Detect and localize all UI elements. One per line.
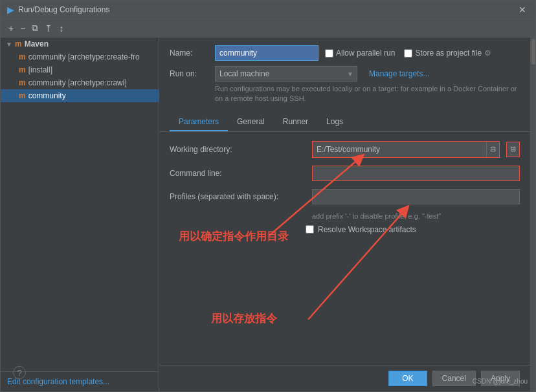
command-line-row: Command line: — [170, 166, 520, 181]
name-label: Name: — [170, 49, 208, 58]
scrollbar-thumb — [531, 39, 535, 65]
sidebar: ▼ m Maven m community [archetype:create-… — [1, 38, 159, 391]
working-directory-input[interactable] — [313, 142, 486, 157]
resolve-workspace-checkbox[interactable] — [306, 225, 314, 234]
tab-general[interactable]: General — [228, 113, 274, 131]
watermark: CSDN @jure_zhou — [473, 378, 528, 385]
item-label-3: community [archetype:crawl] — [28, 78, 127, 87]
run-on-select-wrapper: Local machine ▼ — [215, 66, 357, 82]
command-line-label: Command line: — [170, 169, 306, 178]
sidebar-item-maven[interactable]: ▼ m Maven — [1, 38, 159, 50]
sidebar-item-crawl[interactable]: m community [archetype:crawl] — [1, 76, 159, 89]
allow-parallel-item: Allow parallel run — [325, 49, 395, 58]
sidebar-item-community-archetype[interactable]: m community [archetype:create-fro — [1, 50, 159, 63]
run-on-row: Run on: Local machine ▼ Manage targets..… — [170, 66, 520, 82]
profiles-hint: add prefix '-' to disable profile, e.g. … — [312, 212, 520, 220]
toolbar: + − ⧉ ⤒ ↕ — [1, 19, 535, 38]
allow-parallel-label: Allow parallel run — [336, 49, 395, 58]
maven-icon: m — [15, 39, 22, 49]
right-panel: Name: Allow parallel run Store as projec… — [159, 38, 530, 391]
resolve-workspace-row: Resolve Workspace artifacts — [306, 225, 520, 234]
add-dir-icon-btn[interactable]: ⊞ — [506, 142, 520, 157]
maven-icon-2: m — [19, 65, 26, 74]
profiles-input[interactable] — [312, 189, 520, 204]
copy-button[interactable]: ⧉ — [29, 21, 41, 35]
working-directory-row: Working directory: ⊟ ⊞ — [170, 141, 520, 158]
tabs-bar: Parameters General Runner Logs — [159, 113, 530, 132]
run-on-select[interactable]: Local machine — [215, 66, 357, 82]
maven-icon-3: m — [19, 78, 26, 87]
edit-templates-link[interactable]: Edit configuration templates... — [7, 377, 109, 386]
title-bar: ▶ Run/Debug Configurations ✕ — [1, 1, 535, 19]
gear-icon[interactable]: ⚙ — [484, 49, 491, 58]
run-on-label: Run on: — [170, 69, 208, 78]
cancel-button[interactable]: Cancel — [432, 371, 476, 386]
remove-button[interactable]: − — [17, 22, 28, 35]
item-label-2: [install] — [28, 65, 52, 74]
name-input[interactable] — [215, 45, 318, 61]
title-bar-left: ▶ Run/Debug Configurations — [7, 5, 109, 15]
tab-parameters[interactable]: Parameters — [170, 113, 228, 131]
move-button[interactable]: ⤒ — [42, 22, 55, 35]
dialog-title: Run/Debug Configurations — [18, 5, 109, 14]
main-content: ▼ m Maven m community [archetype:create-… — [1, 38, 535, 391]
run-debug-dialog: ▶ Run/Debug Configurations ✕ + − ⧉ ⤒ ↕ ▼… — [0, 0, 536, 392]
profiles-row: Profiles (separated with space): — [170, 189, 520, 204]
add-button[interactable]: + — [6, 22, 16, 35]
name-row: Name: Allow parallel run Store as projec… — [170, 45, 520, 61]
scrollbar[interactable] — [530, 38, 535, 391]
maven-label: Maven — [25, 39, 49, 49]
dialog-icon: ▶ — [7, 5, 14, 15]
close-button[interactable]: ✕ — [516, 5, 529, 15]
help-button[interactable]: ? — [13, 366, 26, 379]
tab-content-parameters: Working directory: ⊟ ⊞ Command line: — [159, 132, 530, 365]
checkboxes: Allow parallel run Store as project file… — [325, 49, 520, 58]
maven-icon-4: m — [19, 91, 26, 100]
store-project-item: Store as project file ⚙ — [404, 49, 491, 58]
ok-button[interactable]: OK — [388, 371, 427, 386]
resolve-workspace-label: Resolve Workspace artifacts — [318, 225, 416, 234]
maven-icon-1: m — [19, 52, 26, 61]
item-label-1: community [archetype:create-fro — [28, 52, 140, 61]
item-label-4: community — [28, 91, 66, 100]
expand-icon: ▼ — [6, 41, 12, 48]
allow-parallel-checkbox[interactable] — [325, 49, 333, 58]
folder-icon-btn[interactable]: ⊟ — [486, 142, 499, 157]
tab-logs[interactable]: Logs — [317, 113, 352, 131]
manage-targets-link[interactable]: Manage targets... — [369, 69, 429, 78]
sidebar-item-install[interactable]: m [install] — [1, 63, 159, 76]
run-description: Run configurations may be executed local… — [215, 84, 520, 104]
store-project-checkbox[interactable] — [404, 49, 412, 58]
command-line-input[interactable] — [312, 166, 520, 181]
sidebar-tree: ▼ m Maven m community [archetype:create-… — [1, 38, 159, 371]
sidebar-item-community[interactable]: m community — [1, 89, 159, 102]
profiles-label: Profiles (separated with space): — [170, 192, 306, 201]
working-directory-label: Working directory: — [170, 145, 306, 154]
tab-runner[interactable]: Runner — [274, 113, 317, 131]
form-section: Name: Allow parallel run Store as projec… — [159, 38, 530, 113]
sort-button[interactable]: ↕ — [56, 22, 66, 35]
store-project-label: Store as project file — [415, 49, 482, 58]
working-directory-input-wrapper: ⊟ — [312, 141, 500, 158]
